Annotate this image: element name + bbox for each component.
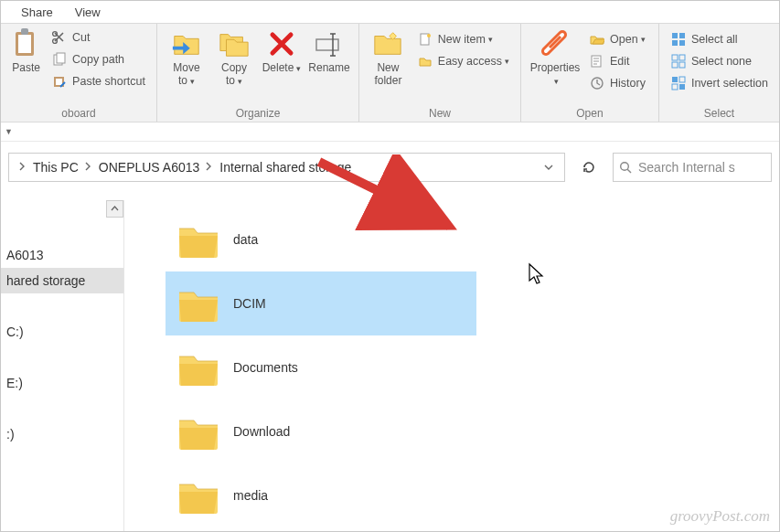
folder-item[interactable]: mipush bbox=[166, 527, 476, 531]
chevron-right-icon[interactable] bbox=[83, 162, 94, 173]
folder-item[interactable]: DCIM bbox=[166, 271, 476, 335]
svg-rect-2 bbox=[21, 28, 28, 35]
svg-rect-8 bbox=[56, 79, 62, 85]
rename-button[interactable]: Rename bbox=[305, 27, 353, 74]
rename-label: Rename bbox=[308, 61, 349, 74]
paste-shortcut-button[interactable]: Paste shortcut bbox=[46, 70, 151, 92]
address-row: This PC ONEPLUS A6013 Internal shared st… bbox=[1, 142, 779, 191]
open-icon bbox=[589, 31, 605, 48]
navigation-tree[interactable]: A6013 hared storage C:) E:) :) bbox=[1, 200, 124, 531]
chevron-down-icon[interactable]: ▼ bbox=[5, 127, 13, 136]
watermark: groovyPost.com bbox=[670, 507, 770, 526]
tree-empty-row bbox=[1, 345, 123, 370]
select-none-button[interactable]: Select none bbox=[665, 50, 774, 72]
file-list[interactable]: data DCIM Documents Downlo bbox=[124, 200, 779, 531]
chevron-right-icon[interactable] bbox=[204, 162, 215, 173]
new-item-icon bbox=[417, 31, 433, 48]
ribbon-group-open: Properties▾ Open▾ Edit bbox=[521, 24, 659, 122]
folder-label: Download bbox=[233, 424, 290, 439]
breadcrumb-device[interactable]: ONEPLUS A6013 bbox=[97, 160, 202, 175]
svg-rect-23 bbox=[679, 77, 685, 82]
organize-group-label: Organize bbox=[163, 105, 353, 121]
ribbon: Paste Cut Copy path bbox=[1, 23, 779, 122]
svg-rect-25 bbox=[679, 84, 685, 90]
easy-access-button[interactable]: Easy access▾ bbox=[411, 50, 515, 72]
svg-rect-19 bbox=[679, 55, 685, 60]
folder-icon bbox=[175, 344, 222, 391]
paste-label: Paste bbox=[12, 61, 40, 74]
delete-icon bbox=[266, 28, 297, 59]
tree-node-drive[interactable]: :) bbox=[1, 421, 123, 447]
invert-selection-label: Invert selection bbox=[691, 77, 768, 90]
refresh-button[interactable] bbox=[574, 154, 604, 181]
svg-rect-17 bbox=[679, 40, 685, 46]
open-group-label: Open bbox=[527, 105, 653, 121]
open-label: Open bbox=[610, 33, 638, 46]
folder-item[interactable]: data bbox=[166, 207, 476, 271]
folder-label: DCIM bbox=[233, 296, 266, 311]
folder-icon bbox=[175, 472, 222, 519]
tab-share[interactable]: Share bbox=[10, 3, 64, 23]
svg-rect-21 bbox=[679, 62, 685, 68]
invert-selection-icon bbox=[670, 75, 687, 91]
new-folder-button[interactable]: Newfolder bbox=[365, 27, 411, 87]
svg-rect-15 bbox=[679, 33, 685, 38]
select-all-button[interactable]: Select all bbox=[665, 28, 774, 50]
delete-button[interactable]: Delete▾ bbox=[258, 27, 305, 75]
properties-label: Properties▾ bbox=[530, 61, 581, 88]
address-dropdown[interactable] bbox=[539, 163, 559, 172]
edit-button[interactable]: Edit bbox=[583, 50, 651, 72]
tree-node-storage[interactable]: hared storage bbox=[1, 268, 123, 293]
breadcrumb-storage[interactable]: Internal shared storage bbox=[218, 160, 353, 175]
tree-node-c-drive[interactable]: C:) bbox=[1, 319, 123, 345]
history-icon bbox=[589, 75, 605, 91]
copy-to-icon bbox=[219, 28, 250, 59]
folder-item[interactable]: media bbox=[166, 463, 476, 527]
copy-path-button[interactable]: Copy path bbox=[46, 48, 151, 70]
address-bar[interactable]: This PC ONEPLUS A6013 Internal shared st… bbox=[8, 153, 565, 182]
open-button[interactable]: Open▾ bbox=[583, 28, 651, 50]
breadcrumb-this-pc[interactable]: This PC bbox=[31, 160, 80, 175]
delete-label: Delete▾ bbox=[262, 61, 302, 75]
edit-label: Edit bbox=[610, 55, 630, 68]
folder-label: Documents bbox=[233, 360, 298, 375]
tab-view[interactable]: View bbox=[64, 3, 112, 23]
copy-path-label: Copy path bbox=[72, 53, 124, 66]
select-all-label: Select all bbox=[691, 33, 738, 46]
tree-node-e-drive[interactable]: E:) bbox=[1, 370, 123, 396]
chevron-right-icon[interactable] bbox=[17, 162, 28, 173]
folder-item[interactable]: Documents bbox=[166, 335, 476, 399]
paste-icon bbox=[11, 28, 42, 59]
copy-to-button[interactable]: Copyto▾ bbox=[210, 27, 258, 88]
scroll-up-button[interactable] bbox=[106, 200, 123, 218]
history-button[interactable]: History bbox=[583, 72, 651, 94]
folder-label: media bbox=[233, 488, 268, 503]
search-placeholder: Search Internal s bbox=[638, 160, 735, 175]
copy-path-icon bbox=[51, 51, 68, 68]
select-all-icon bbox=[670, 31, 687, 48]
paste-shortcut-icon bbox=[51, 73, 68, 90]
move-to-button[interactable]: Moveto▾ bbox=[163, 27, 210, 88]
new-item-button[interactable]: New item▾ bbox=[411, 28, 515, 50]
folder-item[interactable]: Download bbox=[166, 399, 476, 463]
move-to-label: Moveto▾ bbox=[173, 61, 199, 88]
new-item-label: New item bbox=[438, 33, 486, 46]
svg-rect-22 bbox=[672, 77, 678, 82]
invert-selection-button[interactable]: Invert selection bbox=[665, 72, 774, 94]
folder-icon bbox=[175, 216, 222, 263]
paste-button[interactable]: Paste bbox=[6, 27, 46, 74]
quick-access-subbar: ▼ bbox=[1, 122, 779, 142]
search-box[interactable]: Search Internal s bbox=[613, 153, 772, 182]
svg-rect-16 bbox=[672, 40, 678, 46]
svg-rect-1 bbox=[18, 35, 31, 53]
ribbon-group-new: Newfolder New item▾ Easy access▾ bbox=[359, 24, 521, 122]
svg-rect-24 bbox=[672, 84, 678, 90]
new-group-label: New bbox=[365, 105, 515, 121]
explorer-body: A6013 hared storage C:) E:) :) data bbox=[1, 200, 779, 531]
tree-node-device[interactable]: A6013 bbox=[1, 242, 123, 268]
select-none-icon bbox=[670, 53, 687, 69]
cut-button[interactable]: Cut bbox=[46, 27, 151, 48]
folder-icon bbox=[175, 280, 222, 327]
properties-button[interactable]: Properties▾ bbox=[527, 27, 583, 88]
folder-label: data bbox=[233, 232, 258, 247]
